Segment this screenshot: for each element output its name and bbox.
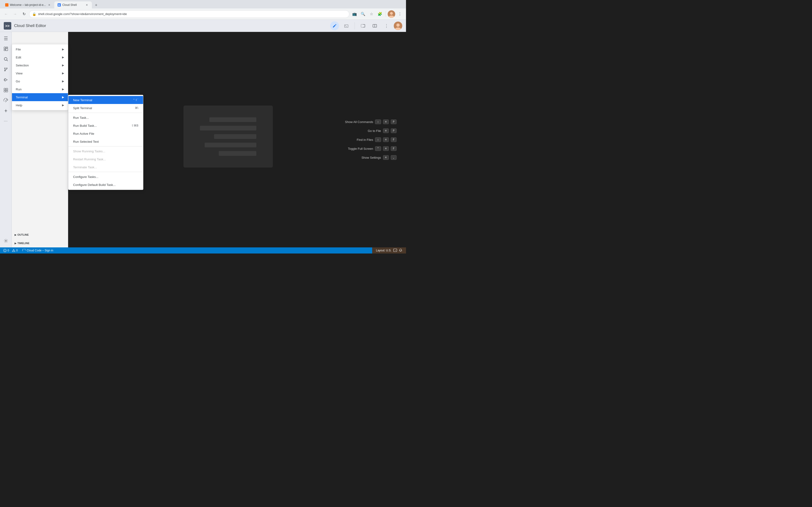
- user-avatar[interactable]: [394, 21, 402, 30]
- svg-rect-26: [6, 91, 8, 92]
- svg-rect-13: [6, 47, 8, 48]
- browser-tab-1[interactable]: Welcome – lab-project-id-e... ✕: [2, 1, 54, 8]
- notification-bell-icon[interactable]: [399, 248, 402, 252]
- menu-button[interactable]: ⋮: [396, 10, 404, 18]
- tab1-title: Welcome – lab-project-id-e...: [10, 3, 46, 7]
- new-tab-button[interactable]: +: [93, 2, 99, 8]
- shortcut-toggle-full-screen: Toggle Full Screen ^ ⌘ F: [345, 146, 397, 151]
- submenu-run-task[interactable]: Run Task...: [68, 114, 143, 122]
- menu-item-terminal[interactable]: Terminal ▶: [12, 93, 68, 101]
- svg-rect-25: [4, 91, 6, 92]
- tab1-close[interactable]: ✕: [47, 3, 51, 7]
- menu-item-selection[interactable]: Selection ▶: [12, 61, 68, 69]
- svg-rect-33: [394, 249, 397, 251]
- welcome-placeholder-1: [209, 117, 256, 122]
- timeline-section[interactable]: ▶ TIMELINE: [14, 241, 65, 245]
- browser-tab-2[interactable]: ▶ Cloud Shell ✕: [54, 1, 92, 8]
- svg-rect-6: [361, 24, 363, 27]
- app-logo: >>: [4, 22, 11, 30]
- menu-overlay: File ▶ Edit ▶ Selection ▶ View ▶: [12, 44, 68, 110]
- more-dots-icon[interactable]: ···: [1, 116, 11, 126]
- menu-item-run[interactable]: Run ▶: [12, 85, 68, 93]
- preview-button[interactable]: [359, 21, 367, 30]
- tab2-favicon: ▶: [58, 3, 61, 7]
- address-text: shell.cloud.google.com/?show=ide&environ…: [38, 12, 127, 16]
- svg-point-32: [13, 251, 14, 251]
- submenu-new-terminal[interactable]: New Terminal ⌃⇧`: [68, 96, 143, 104]
- shortcut-find-in-files: Find in Files ⇧ ⌘ F: [345, 137, 397, 142]
- menu-icon[interactable]: ☰: [1, 34, 11, 43]
- submenu-show-running-tasks: Show Running Tasks...: [68, 147, 143, 155]
- welcome-placeholder-4: [205, 143, 256, 148]
- extensions-icon[interactable]: [1, 86, 11, 95]
- shortcut-show-all-commands: Show All Commands ⇧ ⌘ P: [345, 119, 397, 124]
- svg-point-19: [6, 68, 7, 69]
- tab2-close[interactable]: ✕: [85, 3, 89, 7]
- svg-rect-24: [6, 88, 8, 90]
- menu-item-go[interactable]: Go ▶: [12, 77, 68, 85]
- svg-point-30: [5, 251, 5, 251]
- more-options-button[interactable]: ⋮: [382, 21, 391, 30]
- search-button[interactable]: 🔍: [359, 10, 367, 18]
- cast-button[interactable]: 📺: [351, 10, 358, 18]
- status-warnings[interactable]: 0: [11, 247, 19, 253]
- svg-rect-14: [6, 48, 8, 51]
- submenu-run-build-task[interactable]: Run Build Task... ⇧⌘B: [68, 122, 143, 129]
- shortcut-go-to-file: Go to File ⌘ P: [345, 128, 397, 133]
- primary-menu: File ▶ Edit ▶ Selection ▶ View ▶: [12, 44, 68, 110]
- activity-bar: ☰: [0, 32, 12, 247]
- tab1-favicon: [5, 3, 8, 7]
- terminal-submenu: New Terminal ⌃⇧` Split Terminal ⌘\ Run T…: [68, 95, 143, 190]
- submenu-configure-default-build-task[interactable]: Configure Default Build Task...: [68, 181, 143, 189]
- layout-label: Layout: U.S.: [376, 249, 392, 252]
- svg-point-1: [390, 12, 393, 15]
- svg-point-27: [5, 240, 6, 241]
- cloud-code-label: Cloud Code – Sign in: [27, 249, 53, 252]
- extensions-button[interactable]: 🧩: [376, 10, 384, 18]
- app-header: >> Cloud Shell Editor: [0, 20, 406, 32]
- gemini-icon[interactable]: [1, 106, 11, 115]
- status-cloud-code[interactable]: Cloud Code – Sign in: [21, 247, 54, 253]
- submenu-divider-1: [68, 113, 143, 113]
- edit-mode-button[interactable]: [330, 21, 339, 30]
- keyboard-layout-icon[interactable]: [393, 248, 397, 252]
- submenu-run-selected-text[interactable]: Run Selected Text: [68, 137, 143, 146]
- menu-item-help[interactable]: Help ▶: [12, 101, 68, 109]
- menu-item-edit[interactable]: Edit ▶: [12, 53, 68, 61]
- status-errors[interactable]: 0: [2, 247, 10, 253]
- terminal-button[interactable]: [342, 21, 351, 30]
- bookmark-button[interactable]: ☆: [368, 10, 375, 18]
- source-control-icon[interactable]: [1, 65, 11, 74]
- svg-rect-12: [4, 47, 5, 49]
- menu-item-view[interactable]: View ▶: [12, 69, 68, 77]
- address-bar[interactable]: 🔒 shell.cloud.google.com/?show=ide&envir…: [29, 10, 349, 18]
- welcome-placeholder-3: [214, 134, 256, 139]
- forward-button[interactable]: →: [11, 10, 19, 18]
- menu-item-file[interactable]: File ▶: [12, 45, 68, 53]
- tab2-title: Cloud Shell: [62, 3, 84, 7]
- cloud-icon[interactable]: [1, 96, 11, 105]
- svg-line-17: [7, 60, 8, 61]
- split-button[interactable]: [370, 21, 379, 30]
- outline-section[interactable]: ▶ OUTLINE: [14, 232, 65, 237]
- run-debug-icon[interactable]: [1, 75, 11, 84]
- submenu-run-active-file[interactable]: Run Active File: [68, 129, 143, 137]
- svg-point-16: [4, 58, 7, 60]
- error-count: 0: [7, 249, 9, 252]
- profile-avatar[interactable]: [388, 10, 395, 18]
- settings-icon[interactable]: [1, 236, 11, 245]
- submenu-divider-3: [68, 172, 143, 172]
- explorer-icon[interactable]: [1, 44, 11, 54]
- submenu-configure-tasks[interactable]: Configure Tasks...: [68, 173, 143, 181]
- submenu-divider-2: [68, 146, 143, 147]
- svg-rect-15: [4, 49, 5, 51]
- welcome-placeholder-2: [200, 126, 256, 130]
- svg-rect-23: [4, 88, 6, 90]
- submenu-terminate-task: Terminate Task...: [68, 163, 143, 171]
- submenu-restart-running-task: Restart Running Task...: [68, 155, 143, 163]
- refresh-button[interactable]: ↻: [20, 10, 28, 18]
- submenu-split-terminal[interactable]: Split Terminal ⌘\: [68, 104, 143, 112]
- back-button[interactable]: ←: [2, 10, 10, 18]
- shortcuts-panel: Show All Commands ⇧ ⌘ P Go to File ⌘ P F…: [345, 119, 397, 160]
- search-icon[interactable]: [1, 54, 11, 64]
